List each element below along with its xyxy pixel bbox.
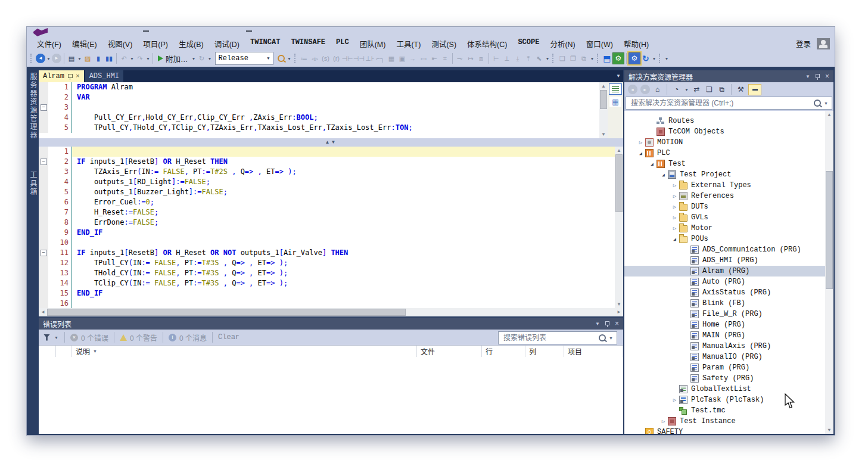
plc-grid-icon[interactable]: ⌗ (440, 53, 450, 64)
code-line[interactable]: 1PROGRAM Alram (39, 82, 599, 92)
config-mode-icon[interactable]: ⚙ (629, 53, 640, 64)
tree-item-param-prg-[interactable]: Param (PRG) (624, 362, 825, 373)
user-avatar[interactable] (817, 38, 830, 49)
expand-arrow-icon[interactable]: ▷ (637, 139, 645, 146)
collapse-arrow-icon[interactable]: ◢ (637, 151, 645, 156)
plc-rung-icon[interactable]: ⌐┐ (375, 53, 386, 64)
open-file-icon[interactable]: ▨ (82, 53, 93, 64)
tree-item-safety[interactable]: SAFETY (624, 427, 825, 434)
find-in-files-icon[interactable] (276, 53, 287, 64)
menu-item[interactable]: 视图(V) (102, 36, 138, 51)
plc-angle-icon[interactable]: ◃▹ (310, 53, 321, 64)
toolbar-overflow-icon[interactable]: ▼ (545, 58, 550, 60)
filter-dropdown-icon[interactable]: ▼ (54, 335, 59, 340)
step-over-icon[interactable]: ⊸ (455, 53, 465, 64)
dropdown-caret-icon[interactable]: ▼ (77, 57, 82, 61)
search-dropdown-icon[interactable]: ▼ (609, 336, 613, 340)
force-up-icon[interactable]: ⤒ (523, 53, 534, 64)
error-column-state[interactable] (39, 346, 56, 357)
code-line[interactable]: 4 Pull_CY_Err,Hold_CY_Err,Clip_CY_Err ,Z… (39, 113, 599, 123)
collapse-all-icon[interactable]: ❏ (704, 85, 714, 95)
code-line[interactable]: 14 TClip_CY(IN:= FALSE, PT:=T#3S , Q=> ,… (39, 278, 615, 288)
error-column-1[interactable]: 文件 (417, 346, 482, 357)
pin-icon[interactable] (605, 321, 609, 327)
toolbar-overflow-icon[interactable]: ▼ (651, 58, 657, 60)
code-line[interactable]: −2IF inputs_1[ResetB] OR H_Reset THEN (39, 157, 615, 167)
splitter-handle-icon[interactable]: ▲▼ (325, 139, 337, 145)
menu-item[interactable]: 窗口(W) (581, 36, 618, 51)
collapse-arrow-icon[interactable]: ◢ (659, 172, 667, 178)
toggle-bp-icon[interactable]: ⟂ (502, 53, 512, 64)
error-column-4[interactable]: 项目 (564, 346, 623, 357)
save-all-icon[interactable]: ▮▮ (104, 53, 114, 64)
window-b-icon[interactable]: ❐ (568, 53, 578, 64)
home-icon[interactable]: ⌂ (652, 85, 662, 95)
plc-reset-icon[interactable]: (r) (331, 53, 342, 64)
save-icon[interactable]: ▮ (93, 53, 104, 64)
code-line[interactable]: 4 outputs_1[RD_Light]:=FALSE; (39, 177, 615, 187)
plc-contact-icon[interactable]: ⊣⊢ (342, 53, 353, 64)
tree-item-axisstatus-prg-[interactable]: AxisStatus (PRG) (624, 287, 825, 298)
tree-item-tccom-objects[interactable]: TcCOM Objects (624, 126, 825, 137)
expand-arrow-icon[interactable]: ▷ (671, 204, 679, 210)
tabular-view-button[interactable]: ▦ (609, 97, 621, 107)
sidebar-tab-toolbox[interactable]: 工具箱 (28, 171, 38, 196)
expand-arrow-icon[interactable]: ▷ (671, 215, 679, 221)
sidebar-tab-server-explorer[interactable]: 服务器资源管理器 (28, 73, 38, 139)
menu-item[interactable]: 测试(S) (426, 36, 462, 51)
menu-item[interactable]: 团队(M) (354, 36, 391, 51)
tree-scrollbar[interactable]: ▲ ▼ (825, 111, 833, 434)
document-tab-alram[interactable]: Alram× (39, 70, 84, 82)
expand-arrow-icon[interactable]: ▷ (671, 397, 679, 403)
menu-item[interactable]: 工具(T) (391, 36, 426, 51)
collapse-arrow-icon[interactable]: ◢ (671, 237, 679, 242)
dropdown-caret-icon[interactable]: ▼ (207, 57, 213, 61)
force-down-icon[interactable]: ⤓ (512, 53, 523, 64)
dropdown-caret-icon[interactable]: ▼ (129, 57, 135, 61)
tree-item-auto-prg-[interactable]: Auto (PRG) (624, 277, 825, 287)
error-column-0[interactable]: 说明▼ (72, 346, 417, 357)
menu-item[interactable]: TWINSAFE (285, 36, 331, 51)
code-line[interactable]: 8 ErrDone:=FALSE; (39, 218, 615, 228)
code-line[interactable]: 9END_IF (39, 228, 615, 238)
code-line[interactable]: 6 Error_Cuel:=0; (39, 197, 615, 207)
implementation-scrollbar[interactable]: ▲ ▼ (615, 147, 623, 308)
tree-item-motor[interactable]: ▷Motor (624, 223, 825, 234)
expand-arrow-icon[interactable]: ▷ (671, 193, 679, 200)
plc-coil-icon[interactable]: ⊥⊦ (365, 53, 375, 64)
forward-icon[interactable]: ► (640, 85, 650, 95)
tree-item-plc[interactable]: ◢PLC (624, 148, 825, 159)
tree-item-test-instance[interactable]: ▷Test Instance (624, 416, 825, 427)
window-a-icon[interactable]: ❏ (557, 53, 568, 64)
tree-item-references[interactable]: ▷References (624, 191, 825, 201)
dropdown-caret-icon[interactable]: ▼ (46, 57, 51, 61)
collapse-region-icon[interactable]: − (41, 104, 47, 111)
plc-jump-icon[interactable]: → (407, 53, 418, 64)
error-search-input[interactable] (502, 333, 596, 343)
dropdown-caret-icon[interactable]: ▼ (145, 57, 151, 61)
code-line[interactable]: 5 outputs_1[Buzzer_Light]:=FALSE; (39, 187, 615, 197)
plc-label-icon[interactable]: ▭ (418, 53, 429, 64)
plc-block-icon[interactable]: ▦ (386, 53, 397, 64)
filter-dropdown-icon[interactable]: ▼ (684, 88, 689, 92)
textual-view-button[interactable] (609, 83, 622, 95)
warnings-badge[interactable]: 0 个警告 (120, 333, 157, 343)
tab-list-dropdown-icon[interactable]: ▼ (616, 73, 621, 79)
title-bar[interactable] (27, 27, 835, 37)
menu-item[interactable]: SCOPE (512, 36, 545, 51)
close-icon[interactable]: × (615, 319, 619, 328)
expand-arrow-icon[interactable]: ▷ (671, 182, 679, 189)
toolbar-grip[interactable] (552, 54, 555, 63)
close-icon[interactable]: × (76, 73, 80, 80)
new-file-icon[interactable]: ▤ (66, 53, 77, 64)
breakpoint-icon[interactable]: ⊢ (491, 53, 502, 64)
dropdown-caret-icon[interactable]: ▼ (191, 57, 197, 61)
window-c-icon[interactable]: ⧉ (578, 53, 589, 64)
code-line[interactable]: 2VAR (39, 92, 599, 102)
code-line[interactable]: −3 (39, 102, 599, 113)
collapse-arrow-icon[interactable]: ◢ (648, 161, 656, 167)
code-line[interactable]: 7 H_Reset:=FALSE; (39, 207, 615, 218)
navigate-back-icon[interactable]: ◄ (35, 53, 46, 64)
errors-badge[interactable]: × 0 个错误 (70, 333, 108, 343)
collapse-region-icon[interactable]: − (41, 250, 47, 256)
